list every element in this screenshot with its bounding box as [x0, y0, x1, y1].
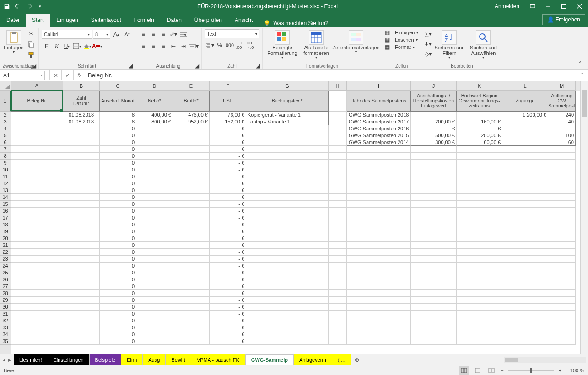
row-header[interactable]: 14: [0, 194, 11, 201]
cell[interactable]: 8: [100, 112, 136, 118]
cell[interactable]: [173, 153, 210, 160]
cell[interactable]: [502, 166, 548, 173]
number-dialog-launcher[interactable]: ◢: [256, 63, 261, 68]
cell[interactable]: [347, 256, 411, 262]
cell[interactable]: 952,00 €: [173, 118, 210, 125]
cell[interactable]: [63, 331, 100, 338]
row-header[interactable]: 24: [0, 262, 11, 269]
cell[interactable]: [329, 208, 347, 214]
cut-icon[interactable]: ✂: [27, 29, 36, 38]
cell[interactable]: 800,00 €: [136, 118, 173, 125]
cell[interactable]: 0: [100, 146, 136, 153]
cell[interactable]: 40: [548, 118, 576, 125]
cell[interactable]: [457, 338, 502, 345]
row-header[interactable]: 2: [0, 112, 11, 118]
row-header[interactable]: 35: [0, 338, 11, 345]
cell[interactable]: [411, 221, 457, 228]
cell[interactable]: [11, 317, 63, 324]
cell[interactable]: [502, 139, 548, 146]
cell[interactable]: [63, 304, 100, 311]
row-header[interactable]: 30: [0, 304, 11, 311]
cell[interactable]: [136, 256, 173, 262]
cell[interactable]: [11, 324, 63, 331]
cell[interactable]: [11, 297, 63, 304]
cell[interactable]: Anschaffungs- / Herstellungskosten Einla…: [411, 91, 457, 112]
increase-decimal-icon[interactable]: ←.0.00: [235, 40, 245, 50]
cell[interactable]: 0: [100, 262, 136, 269]
cell[interactable]: [136, 221, 173, 228]
cell[interactable]: 160,00 €: [457, 118, 502, 125]
cell[interactable]: 100: [548, 132, 576, 139]
cell[interactable]: - €: [210, 249, 246, 256]
align-right-icon[interactable]: ≡: [158, 41, 168, 51]
row-header[interactable]: 1: [0, 91, 11, 112]
cell[interactable]: [246, 221, 329, 228]
cell[interactable]: [548, 256, 576, 262]
align-dialog-launcher[interactable]: ◢: [195, 63, 200, 68]
zoom-level[interactable]: 100 %: [566, 368, 584, 373]
zoom-slider[interactable]: [508, 370, 554, 371]
cell[interactable]: [329, 125, 347, 132]
cell[interactable]: [411, 153, 457, 160]
cell[interactable]: [11, 194, 63, 201]
cell[interactable]: [329, 338, 347, 345]
scrollbar-thumb[interactable]: [582, 90, 587, 117]
cell[interactable]: [347, 317, 411, 324]
row-header[interactable]: 15: [0, 201, 11, 208]
cell[interactable]: [136, 297, 173, 304]
cell[interactable]: [173, 262, 210, 269]
cell[interactable]: [411, 194, 457, 201]
cell[interactable]: [63, 125, 100, 132]
cell[interactable]: 01.08.2018: [63, 112, 100, 118]
qat-customize-icon[interactable]: ▾: [35, 1, 45, 11]
cell[interactable]: [457, 180, 502, 187]
cell[interactable]: [11, 338, 63, 345]
cell[interactable]: [457, 173, 502, 180]
cell[interactable]: [347, 228, 411, 235]
cell[interactable]: [548, 187, 576, 194]
cell[interactable]: [502, 187, 548, 194]
cell[interactable]: [457, 242, 502, 249]
cell[interactable]: [63, 132, 100, 139]
cell[interactable]: [63, 317, 100, 324]
insert-function-icon[interactable]: fx: [73, 70, 85, 80]
cell[interactable]: 0: [100, 276, 136, 283]
fill-color-button[interactable]: ▾: [82, 41, 92, 51]
find-select-button[interactable]: Suchen und Auswählen▾: [467, 29, 499, 60]
cell[interactable]: 0: [100, 331, 136, 338]
cell[interactable]: [548, 283, 576, 290]
cell[interactable]: [136, 160, 173, 166]
cell[interactable]: - €: [210, 208, 246, 214]
cell[interactable]: [548, 262, 576, 269]
cell[interactable]: [548, 180, 576, 187]
row-header[interactable]: 18: [0, 221, 11, 228]
cell[interactable]: 0: [100, 187, 136, 194]
sheet-tab[interactable]: Beispiele: [90, 354, 122, 365]
cell[interactable]: 0: [100, 160, 136, 166]
row-header[interactable]: 3: [0, 118, 11, 125]
cell[interactable]: 0: [100, 242, 136, 249]
cell[interactable]: [502, 290, 548, 297]
cell[interactable]: 400,00 €: [136, 112, 173, 118]
cell[interactable]: 8: [100, 118, 136, 125]
cell[interactable]: 476,00 €: [173, 112, 210, 118]
percent-format-icon[interactable]: %: [215, 40, 225, 50]
cell[interactable]: - €: [457, 125, 502, 132]
vertical-scrollbar[interactable]: [580, 81, 588, 354]
cell[interactable]: [548, 214, 576, 221]
cell[interactable]: - €: [210, 304, 246, 311]
cell[interactable]: [11, 112, 63, 118]
cell[interactable]: [329, 228, 347, 235]
cell[interactable]: [457, 166, 502, 173]
cell[interactable]: 0: [100, 235, 136, 242]
cell[interactable]: [457, 297, 502, 304]
cell[interactable]: [502, 262, 548, 269]
cell[interactable]: [548, 304, 576, 311]
cell[interactable]: [329, 146, 347, 153]
cell[interactable]: [329, 311, 347, 317]
cell[interactable]: [11, 214, 63, 221]
cell[interactable]: [136, 269, 173, 276]
row-header[interactable]: 32: [0, 317, 11, 324]
orientation-icon[interactable]: ⤢▾: [168, 29, 178, 39]
cell[interactable]: [136, 262, 173, 269]
